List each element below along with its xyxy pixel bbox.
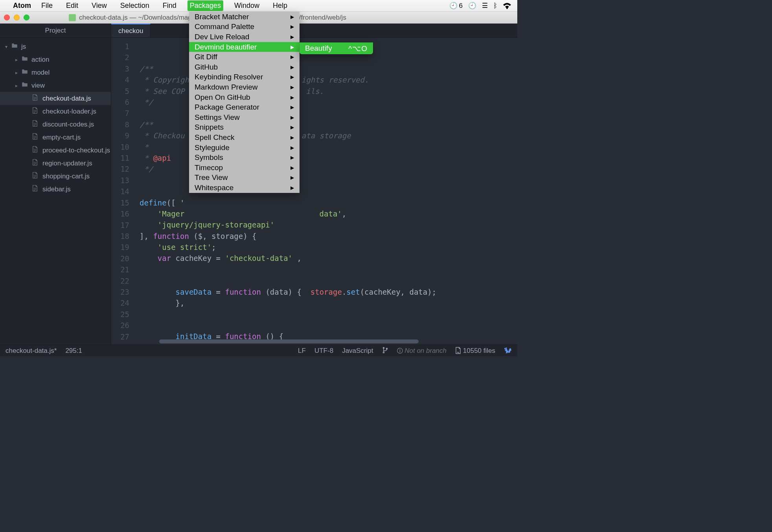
chevron-right-icon: ▶ bbox=[290, 105, 294, 110]
dropdown-label: Open On GitHub bbox=[195, 93, 250, 102]
menu-file[interactable]: File bbox=[39, 0, 55, 11]
dropdown-item[interactable]: Package Generator▶ bbox=[189, 102, 300, 112]
status-icon-2[interactable]: 🕘 bbox=[468, 2, 476, 10]
chevron-right-icon: ▶ bbox=[290, 125, 294, 130]
menu-packages[interactable]: Packages bbox=[187, 0, 223, 11]
chevron-right-icon: ▶ bbox=[290, 24, 294, 29]
file-label: shopping-cart.js bbox=[42, 172, 90, 180]
code-editor[interactable]: 1234567891011121314151617181920212223242… bbox=[111, 38, 517, 345]
folder-icon bbox=[21, 68, 28, 77]
status-line-ending[interactable]: LF bbox=[298, 347, 306, 355]
status-branch[interactable]: ⓘ Not on branch bbox=[397, 347, 447, 355]
status-language[interactable]: JavaScript bbox=[342, 347, 373, 355]
file-icon bbox=[31, 94, 39, 103]
chevron-right-icon: ▶ bbox=[290, 115, 294, 120]
file-label: discount-codes.js bbox=[42, 121, 94, 128]
editor-panel: checkou 12345678910111213141516171819202… bbox=[111, 24, 517, 345]
chevron-right-icon: ▶ bbox=[290, 175, 294, 180]
dropdown-item[interactable]: Devmind beautifier▶ bbox=[189, 42, 300, 52]
dropdown-item[interactable]: Settings View▶ bbox=[189, 112, 300, 123]
dropdown-item[interactable]: Open On GitHub▶ bbox=[189, 92, 300, 103]
file-label: sidebar.js bbox=[42, 185, 71, 193]
dropdown-label: Git Diff bbox=[195, 53, 217, 61]
tree-file[interactable]: region-updater.js bbox=[0, 157, 111, 170]
sidebar-header: Project bbox=[0, 24, 111, 38]
status-bar: checkout-data.js* 295:1 LF UTF-8 JavaScr… bbox=[0, 345, 517, 356]
chevron-right-icon: ▶ bbox=[290, 155, 294, 160]
file-icon bbox=[31, 185, 39, 194]
tree-folder[interactable]: ▸action bbox=[0, 53, 111, 66]
dropdown-label: Spell Check bbox=[195, 133, 234, 142]
tree-file[interactable]: checkout-data.js bbox=[0, 92, 111, 105]
status-files[interactable]: 10550 files bbox=[455, 347, 495, 355]
file-icon bbox=[31, 159, 39, 168]
dropdown-item[interactable]: Styleguide▶ bbox=[189, 143, 300, 153]
dropdown-item[interactable]: Symbols▶ bbox=[189, 152, 300, 163]
maximize-button[interactable] bbox=[24, 15, 29, 20]
dropdown-item[interactable]: Dev Live Reload▶ bbox=[189, 32, 300, 42]
squirrel-icon[interactable]: 🐿 bbox=[504, 346, 512, 355]
tree-folder[interactable]: ▸model bbox=[0, 66, 111, 79]
tree-file[interactable]: proceed-to-checkout.js bbox=[0, 144, 111, 157]
tree-file[interactable]: checkout-loader.js bbox=[0, 105, 111, 118]
menu-view[interactable]: View bbox=[89, 0, 109, 11]
folder-icon bbox=[21, 55, 28, 64]
tree-file[interactable]: empty-cart.js bbox=[0, 131, 111, 144]
tree-file[interactable]: shopping-cart.js bbox=[0, 170, 111, 183]
chevron-right-icon: ▸ bbox=[13, 83, 20, 88]
tree-root-label: js bbox=[21, 43, 26, 51]
menu-window[interactable]: Window bbox=[232, 0, 262, 11]
dropdown-item[interactable]: Tree View▶ bbox=[189, 173, 300, 183]
tab-active[interactable]: checkou bbox=[111, 24, 151, 37]
chevron-right-icon: ▶ bbox=[290, 84, 294, 90]
dropdown-item[interactable]: Git Diff▶ bbox=[189, 52, 300, 62]
status-cursor-position[interactable]: 295:1 bbox=[65, 347, 82, 355]
menu-help[interactable]: Help bbox=[270, 0, 290, 11]
dropdown-item[interactable]: Keybinding Resolver▶ bbox=[189, 72, 300, 83]
status-icon-3[interactable]: ☰ bbox=[482, 2, 488, 10]
dropdown-label: Bracket Matcher bbox=[195, 13, 249, 21]
menu-selection[interactable]: Selection bbox=[118, 0, 152, 11]
status-encoding[interactable]: UTF-8 bbox=[314, 347, 333, 355]
chevron-right-icon: ▶ bbox=[290, 74, 294, 80]
chevron-right-icon: ▶ bbox=[290, 14, 294, 20]
submenu-item[interactable]: Beautify bbox=[305, 44, 332, 53]
traffic-lights bbox=[4, 15, 29, 20]
dropdown-label: Settings View bbox=[195, 113, 240, 122]
dropdown-item[interactable]: Markdown Preview▶ bbox=[189, 82, 300, 92]
dropdown-label: Tree View bbox=[195, 173, 228, 182]
bluetooth-icon[interactable]: ᛒ bbox=[493, 2, 497, 10]
status-filename[interactable]: checkout-data.js* bbox=[6, 347, 57, 355]
menu-find[interactable]: Find bbox=[160, 0, 179, 11]
dropdown-label: Styleguide bbox=[195, 143, 230, 152]
close-button[interactable] bbox=[4, 15, 10, 20]
tree-file[interactable]: discount-codes.js bbox=[0, 118, 111, 131]
wifi-icon[interactable] bbox=[503, 3, 511, 9]
scrollbar-thumb[interactable] bbox=[159, 339, 419, 343]
folder-label: action bbox=[31, 56, 49, 64]
chevron-right-icon: ▶ bbox=[290, 54, 294, 60]
file-label: region-updater.js bbox=[42, 160, 92, 167]
horizontal-scrollbar[interactable] bbox=[159, 339, 517, 345]
dropdown-item[interactable]: Command Palette▶ bbox=[189, 22, 300, 32]
dropdown-item[interactable]: Timecop▶ bbox=[189, 163, 300, 173]
dropdown-item[interactable]: Whitespace▶ bbox=[189, 183, 300, 193]
file-icon bbox=[31, 133, 39, 142]
menu-edit[interactable]: Edit bbox=[64, 0, 81, 11]
dropdown-item[interactable]: Bracket Matcher▶ bbox=[189, 12, 300, 22]
file-label: checkout-data.js bbox=[42, 95, 91, 103]
chevron-right-icon: ▶ bbox=[290, 95, 294, 100]
status-icon-1[interactable]: 🕘 6 bbox=[449, 2, 463, 10]
dropdown-item[interactable]: GitHub▶ bbox=[189, 62, 300, 72]
minimize-button[interactable] bbox=[14, 15, 20, 20]
tree-file[interactable]: sidebar.js bbox=[0, 183, 111, 196]
tree-folder[interactable]: ▸view bbox=[0, 79, 111, 92]
dropdown-item[interactable]: Spell Check▶ bbox=[189, 132, 300, 143]
dropdown-item[interactable]: Snippets▶ bbox=[189, 123, 300, 133]
dropdown-label: Keybinding Resolver bbox=[195, 73, 263, 81]
dropdown-label: Whitespace bbox=[195, 183, 233, 192]
app-name[interactable]: Atom bbox=[13, 2, 31, 10]
file-icon bbox=[31, 172, 39, 181]
tree-root[interactable]: ▾ js bbox=[0, 40, 111, 53]
git-branch-icon[interactable] bbox=[382, 346, 388, 355]
